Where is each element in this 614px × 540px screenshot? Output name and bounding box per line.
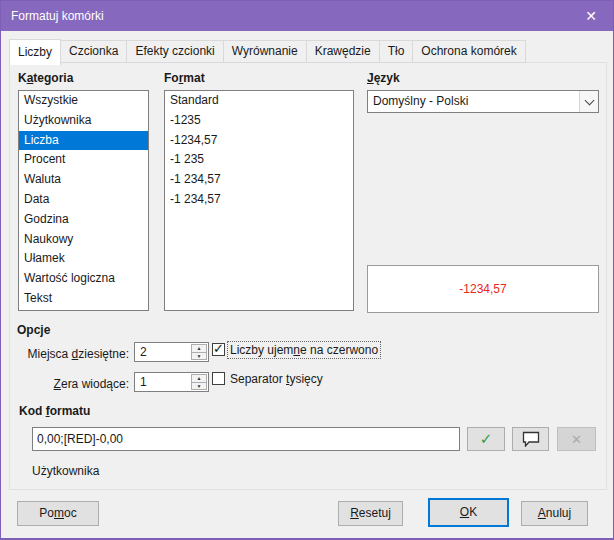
options-heading: Opcje [17, 323, 50, 337]
language-value: Domyślny - Polski [373, 91, 468, 112]
arrow-up-icon: ▲ [197, 345, 202, 351]
tab-krawędzie[interactable]: Krawędzie [306, 40, 380, 63]
format-code-input[interactable] [32, 427, 460, 451]
list-item[interactable]: Wszystkie [19, 91, 148, 111]
category-listbox[interactable]: WszystkieUżytkownikaLiczbaProcentWalutaD… [18, 90, 149, 311]
tab-bar: LiczbyCzcionkaEfekty czcionkiWyrównanieK… [9, 39, 525, 63]
language-combobox[interactable]: Domyślny - Polski [367, 90, 599, 113]
thousands-separator-label[interactable]: Separator tysięcy [228, 371, 325, 387]
language-label: Język [367, 71, 400, 85]
format-listbox[interactable]: Standard-1235-1234,57-1 235-1 234,57-1 2… [164, 90, 354, 311]
list-item[interactable]: Użytkownika [19, 111, 148, 131]
decimal-places-value: 2 [140, 344, 147, 360]
list-item[interactable]: Naukowy [19, 230, 148, 250]
delete-format-button[interactable]: ✕ [557, 427, 596, 451]
list-item[interactable]: Liczba [19, 131, 148, 151]
list-item[interactable]: Data [19, 190, 148, 210]
close-icon: ✕ [585, 8, 597, 24]
checkmark-icon: ✓ [213, 341, 224, 356]
comment-icon [522, 431, 540, 447]
negative-red-checkbox[interactable]: ✓ [212, 343, 225, 356]
arrow-down-icon: ▼ [197, 383, 202, 389]
tab-tło[interactable]: Tło [379, 40, 414, 63]
spinner-down-button[interactable]: ▼ [191, 352, 207, 361]
category-label: Kategoria [18, 71, 73, 85]
comment-button[interactable] [512, 427, 549, 451]
list-item[interactable]: -1234,57 [165, 131, 353, 151]
list-item[interactable]: Standard [165, 91, 353, 111]
list-item[interactable]: -1235 [165, 111, 353, 131]
tab-wyrównanie[interactable]: Wyrównanie [223, 40, 307, 63]
dialog-title: Formatuj komórki [11, 9, 104, 23]
decimal-places-label: Miejsca dziesiętne: [17, 347, 129, 361]
confirm-button[interactable]: ✓ [467, 427, 505, 451]
chevron-down-icon [584, 95, 594, 105]
list-item[interactable]: Waluta [19, 170, 148, 190]
format-code-heading: Kod formatu [19, 404, 90, 418]
list-item[interactable]: Ułamek [19, 249, 148, 269]
leading-zeroes-value: 1 [140, 374, 147, 390]
format-label: Format [164, 71, 205, 85]
arrow-up-icon: ▲ [197, 375, 202, 381]
dropdown-button[interactable] [579, 91, 598, 112]
close-button[interactable]: ✕ [569, 1, 613, 31]
list-item[interactable]: Godzina [19, 210, 148, 230]
tab-efekty-czcionki[interactable]: Efekty czcionki [126, 40, 223, 63]
list-item[interactable]: Procent [19, 150, 148, 170]
tab-liczby[interactable]: Liczby [9, 39, 61, 65]
arrow-down-icon: ▼ [197, 353, 202, 359]
ok-button[interactable]: OK [428, 498, 509, 527]
thousands-separator-checkbox[interactable] [212, 372, 225, 385]
list-item[interactable]: Wartość logiczna [19, 269, 148, 289]
help-button[interactable]: Pomoc [17, 501, 99, 526]
list-item[interactable]: -1 234,57 [165, 170, 353, 190]
cancel-button[interactable]: Anuluj [521, 501, 588, 526]
format-code-comment: Użytkownika [32, 464, 99, 478]
negative-red-label[interactable]: Liczby ujemne na czerwono [228, 342, 380, 358]
spinner-down-button[interactable]: ▼ [191, 382, 207, 391]
delete-icon: ✕ [571, 432, 582, 447]
check-icon: ✓ [480, 430, 493, 448]
tab-ochrona-komórek[interactable]: Ochrona komórek [412, 40, 525, 63]
decimal-places-spinner[interactable]: 2 ▲ ▼ [134, 342, 209, 362]
list-item[interactable]: -1 234,57 [165, 190, 353, 210]
preview-value: -1234,57 [459, 282, 506, 296]
leading-zeroes-label: Zera wiodące: [17, 377, 129, 391]
tab-czcionka[interactable]: Czcionka [60, 40, 127, 63]
preview-box: -1234,57 [367, 265, 599, 313]
title-bar[interactable]: Formatuj komórki ✕ [1, 1, 613, 31]
reset-button[interactable]: Resetuj [338, 501, 403, 526]
list-item[interactable]: -1 235 [165, 150, 353, 170]
list-item[interactable]: Tekst [19, 289, 148, 309]
format-cells-dialog: Formatuj komórki ✕ LiczbyCzcionkaEfekty … [0, 0, 614, 540]
leading-zeroes-spinner[interactable]: 1 ▲ ▼ [134, 372, 209, 392]
